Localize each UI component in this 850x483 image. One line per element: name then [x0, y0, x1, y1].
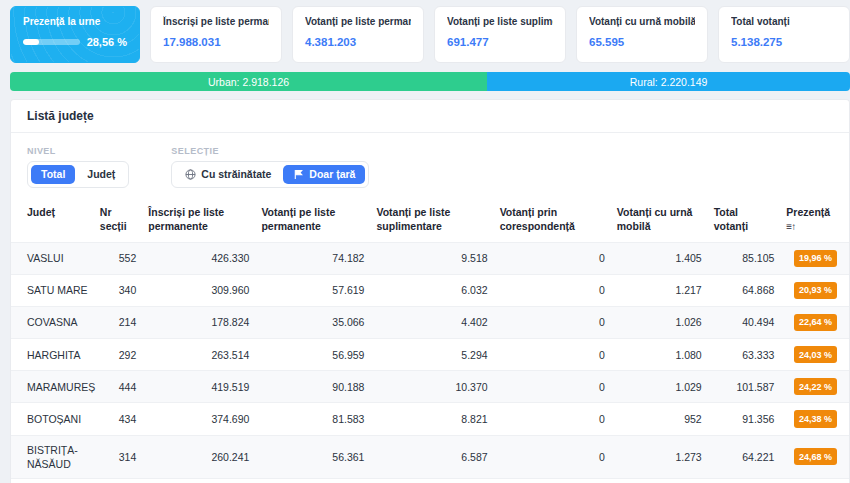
table-row: SATU MARE340309.96057.6196.03201.21764.8…: [11, 274, 849, 306]
turnout-cell: 24,68 %: [786, 435, 849, 478]
rural-label: Rural: 2.220.149: [630, 76, 708, 88]
cu-strainatate-label: Cu străinătate: [201, 169, 271, 180]
column-header-total-votanti[interactable]: Total votanți: [714, 199, 787, 242]
voters-supplementary: 5.294: [376, 339, 499, 371]
registered-permanent: 426.330: [148, 242, 261, 274]
nivel-segmented-control: Total Județ: [27, 161, 129, 188]
county-name: VASLUI: [11, 242, 100, 274]
sections-count: 292: [100, 339, 148, 371]
column-header-judet[interactable]: Județ: [11, 199, 100, 242]
total-voters: 101.587: [714, 371, 787, 403]
registered-permanent: 468.636: [148, 478, 261, 483]
urban-label: Urban: 2.918.126: [208, 76, 289, 88]
column-header-nr-sectii[interactable]: Nr secții: [100, 199, 148, 242]
turnout-progress: 28,56 %: [23, 36, 127, 48]
column-header-votanti-suplimentare[interactable]: Votanți pe liste suplimentare: [376, 199, 499, 242]
stat-card-title: Votanți pe liste permanente: [305, 16, 411, 27]
flag-icon: [293, 169, 304, 180]
registered-permanent: 419.519: [148, 371, 261, 403]
urban-segment: Urban: 2.918.126: [10, 72, 487, 91]
voters-permanent: 56.361: [261, 435, 376, 478]
turnout-card: Prezență la urne 28,56 %: [10, 6, 140, 63]
voters-mail: 0: [500, 339, 617, 371]
total-voters: 64.221: [714, 435, 787, 478]
table-header-row: Județ Nr secții Înscriși pe liste perman…: [11, 199, 849, 242]
turnout-cell: 19,96 %: [786, 242, 849, 274]
column-header-urna-mobila[interactable]: Votanți cu urnă mobilă: [617, 199, 714, 242]
turnout-dashboard: Prezență la urne 28,56 % Înscriși pe lis…: [0, 0, 850, 483]
turnout-badge: 24,22 %: [794, 378, 837, 395]
total-voters: 91.356: [714, 403, 787, 435]
voters-supplementary: 10.370: [376, 371, 499, 403]
voters-mobile: 1.080: [617, 339, 714, 371]
table-row: HARGHITA292263.51456.9595.29401.08063.33…: [11, 339, 849, 371]
column-header-prezenta[interactable]: Prezență ≡↑: [786, 199, 849, 242]
voters-supplementary: 4.402: [376, 306, 499, 338]
prezenta-header-label: Prezență: [786, 206, 830, 218]
turnout-badge: 24,38 %: [794, 410, 837, 427]
progress-track: [23, 39, 80, 45]
nivel-judet-button[interactable]: Județ: [77, 165, 125, 184]
voters-mail: 0: [500, 403, 617, 435]
doar-tara-button[interactable]: Doar țară: [283, 165, 365, 184]
voters-permanent: 74.182: [261, 242, 376, 274]
selectie-segmented-control: Cu străinătate Doar țară: [171, 161, 369, 188]
stat-card-voters-mobile: Votanți cu urnă mobilă 65.595: [576, 6, 708, 63]
county-name: BOTOȘANI: [11, 403, 100, 435]
stat-card-title: Votanți pe liste suplimentare: [447, 16, 553, 27]
stat-card-value: 4.381.203: [305, 36, 411, 48]
sections-count: 552: [100, 242, 148, 274]
turnout-cell: 24,22 %: [786, 371, 849, 403]
voters-mail: 0: [500, 306, 617, 338]
total-voters: 85.105: [714, 242, 787, 274]
voters-mobile: 952: [617, 403, 714, 435]
voters-mail: 0: [500, 478, 617, 483]
column-header-votanti-permanente[interactable]: Votanți pe liste permanente: [261, 199, 376, 242]
stat-card-registered-permanent: Înscriși pe liste permanente 17.988.031: [150, 6, 282, 63]
turnout-badge: 19,96 %: [794, 250, 837, 267]
county-name: COVASNA: [11, 306, 100, 338]
turnout-badge: 24,68 %: [794, 448, 837, 465]
turnout-badge: 22,64 %: [794, 314, 837, 331]
registered-permanent: 178.824: [148, 306, 261, 338]
voters-supplementary: 6.032: [376, 274, 499, 306]
sections-count: 444: [100, 371, 148, 403]
table-row: VASLUI552426.33074.1829.51801.40585.1051…: [11, 242, 849, 274]
turnout-cell: 20,93 %: [786, 274, 849, 306]
filter-group-nivel: NIVEL Total Județ: [27, 146, 129, 188]
county-name: SATU MARE: [11, 274, 100, 306]
county-name: HARGHITA: [11, 339, 100, 371]
voters-mail: 0: [500, 435, 617, 478]
nivel-label: NIVEL: [27, 146, 129, 156]
counties-table: Județ Nr secții Înscriși pe liste perman…: [11, 199, 849, 483]
registered-permanent: 309.960: [148, 274, 261, 306]
column-header-inscrisi[interactable]: Înscriși pe liste permanente: [148, 199, 261, 242]
voters-permanent: 81.583: [261, 403, 376, 435]
registered-permanent: 263.514: [148, 339, 261, 371]
filters-row: NIVEL Total Județ SELECȚIE: [11, 133, 849, 199]
panel-title: Listă județe: [11, 100, 849, 133]
turnout-cell: 24,03 %: [786, 339, 849, 371]
stat-card-title: Votanți cu urnă mobilă: [589, 16, 695, 27]
county-name: MARAMUREȘ: [11, 371, 100, 403]
column-header-corespondenta[interactable]: Votanți prin corespondență: [500, 199, 617, 242]
voters-permanent: 101.453: [261, 478, 376, 483]
stat-card-value: 17.988.031: [163, 36, 269, 48]
table-row: COVASNA214178.82435.0664.40201.02640.494…: [11, 306, 849, 338]
table-row: MUREȘ572468.636101.45313.95801.853117.26…: [11, 478, 849, 483]
selectie-label: SELECȚIE: [171, 146, 369, 156]
voters-mail: 0: [500, 371, 617, 403]
cu-strainatate-button[interactable]: Cu străinătate: [175, 165, 281, 184]
sections-count: 314: [100, 435, 148, 478]
nivel-total-button[interactable]: Total: [31, 165, 75, 184]
sort-ascending-icon[interactable]: ≡↑: [786, 221, 795, 232]
total-voters: 40.494: [714, 306, 787, 338]
voters-supplementary: 8.821: [376, 403, 499, 435]
sections-count: 340: [100, 274, 148, 306]
total-voters: 117.264: [714, 478, 787, 483]
stat-card-title: Total votanți: [731, 16, 837, 27]
nivel-judet-label: Județ: [87, 169, 115, 180]
stat-card-title: Înscriși pe liste permanente: [163, 16, 269, 27]
table-row: MARAMUREȘ444419.51990.18810.37001.029101…: [11, 371, 849, 403]
county-name: MUREȘ: [11, 478, 100, 483]
